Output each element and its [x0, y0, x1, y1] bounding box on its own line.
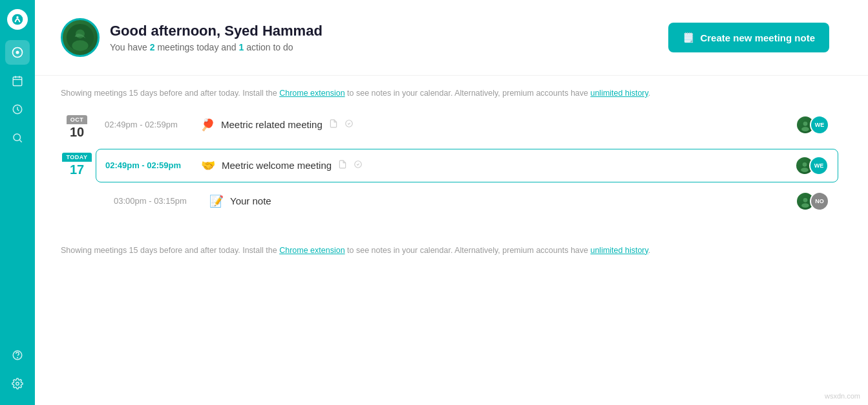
watermark: wsxdn.com	[825, 392, 860, 400]
check-icon-2[interactable]	[354, 160, 363, 171]
sidebar-item-recent[interactable]	[5, 97, 30, 122]
svg-point-23	[803, 198, 808, 202]
svg-point-18	[803, 122, 808, 126]
meeting-row-3: 03:00pm - 03:15pm 📝 Your note NO	[105, 185, 829, 217]
chrome-extension-link-bottom[interactable]: Chrome extension	[279, 246, 344, 255]
meeting-time-1: 02:49pm - 02:59pm	[105, 120, 189, 129]
date-badge-oct17: TODAY 17	[61, 146, 93, 177]
svg-point-3	[16, 51, 19, 54]
header-section: Good afternoon, Syed Hammad You have 2 m…	[35, 0, 868, 76]
avatar-we-1: WE	[810, 115, 829, 135]
logo	[7, 9, 28, 30]
day-label-today: 17	[70, 162, 84, 177]
sidebar-item-settings[interactable]	[5, 371, 30, 396]
sidebar-item-home[interactable]	[5, 40, 30, 65]
meeting-title-3: Your note	[230, 195, 271, 206]
meeting-avatars-3: NO	[796, 192, 829, 211]
meeting-time-3: 03:00pm - 03:15pm	[114, 196, 198, 206]
meeting-row-2[interactable]: 02:49pm - 02:59pm 🤝 Meetric welcome meet…	[96, 149, 838, 182]
svg-line-10	[19, 140, 21, 142]
info-bar-top: Showing meetings 15 days before and afte…	[61, 76, 829, 109]
header-text: Good afternoon, Syed Hammad You have 2 m…	[110, 23, 649, 52]
sidebar-item-calendar[interactable]	[5, 69, 30, 93]
info-bar-bottom: Showing meetings 15 days before and afte…	[61, 233, 829, 266]
date-badge-oct10: OCT 10	[61, 109, 93, 140]
meeting-info-3[interactable]: 📝 Your note	[209, 194, 784, 208]
notes-icon-1[interactable]	[329, 119, 338, 130]
sidebar-item-help[interactable]	[5, 343, 30, 367]
meeting-title-1: Meetric related meeting	[221, 119, 323, 130]
create-icon: 🗒️	[683, 32, 695, 43]
meeting-emoji-2: 🤝	[201, 159, 215, 173]
unlimited-history-link-top[interactable]: unlimited history	[590, 89, 648, 98]
svg-point-24	[801, 203, 809, 208]
meetings-content: Showing meetings 15 days before and afte…	[35, 76, 868, 266]
meeting-row-1: 02:49pm - 02:59pm 🏓 Meetric related meet…	[105, 109, 829, 141]
meeting-title-2: Meetric welcome meeting	[222, 160, 332, 171]
sidebar	[0, 0, 35, 405]
svg-point-13	[16, 382, 19, 386]
user-avatar	[61, 18, 100, 57]
meeting-group-oct17: TODAY 17 02:49pm - 02:59pm 🤝 Meetric wel…	[61, 146, 829, 217]
svg-point-12	[17, 357, 18, 358]
svg-point-16	[72, 40, 88, 51]
greeting-text: Good afternoon, Syed Hammad	[110, 23, 649, 39]
meeting-avatars-1: WE	[796, 115, 829, 135]
date-display-today: TODAY 17	[61, 153, 93, 177]
meetings-oct17: 02:49pm - 02:59pm 🤝 Meetric welcome meet…	[105, 146, 829, 217]
meeting-info-1[interactable]: 🏓 Meetric related meeting	[200, 118, 784, 132]
svg-point-22	[801, 168, 809, 172]
svg-point-1	[16, 16, 18, 18]
svg-rect-4	[13, 77, 22, 86]
meeting-emoji-3: 📝	[209, 194, 224, 208]
create-meeting-button[interactable]: 🗒️ Create new meeting note	[668, 23, 829, 52]
sidebar-item-search[interactable]	[5, 126, 30, 150]
svg-point-9	[14, 134, 21, 141]
notes-icon-2[interactable]	[338, 160, 347, 171]
subtitle-text: You have 2 meetings today and 1 action t…	[110, 42, 649, 52]
svg-point-19	[801, 127, 809, 131]
meeting-avatars-2: WE	[795, 156, 829, 175]
month-label: OCT	[67, 115, 88, 124]
meetings-oct10: 02:49pm - 02:59pm 🏓 Meetric related meet…	[105, 109, 829, 141]
date-display: OCT 10	[61, 115, 93, 140]
today-label: TODAY	[62, 153, 91, 162]
chrome-extension-link-top[interactable]: Chrome extension	[279, 89, 344, 98]
avatar-no-3: NO	[810, 192, 829, 211]
svg-point-21	[803, 162, 807, 167]
meeting-emoji-1: 🏓	[200, 118, 215, 132]
create-button-label: Create new meeting note	[700, 32, 815, 43]
main-content: Good afternoon, Syed Hammad You have 2 m…	[35, 0, 868, 405]
meeting-time-2: 02:49pm - 02:59pm	[105, 160, 189, 170]
meeting-group-oct10: OCT 10 02:49pm - 02:59pm 🏓 Meetric relat…	[61, 109, 829, 141]
check-icon-1[interactable]	[344, 119, 354, 130]
avatar-we-2: WE	[809, 156, 829, 175]
day-label: 10	[70, 124, 84, 140]
meeting-info-2[interactable]: 🤝 Meetric welcome meeting	[201, 159, 783, 173]
unlimited-history-link-bottom[interactable]: unlimited history	[590, 246, 648, 255]
